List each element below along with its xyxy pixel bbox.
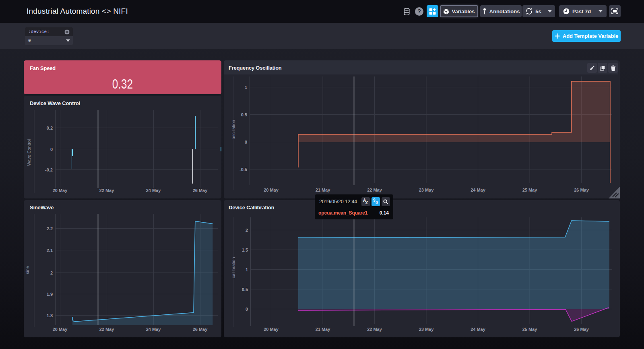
- svg-text:1.9: 1.9: [47, 292, 53, 297]
- svg-text:sine: sine: [25, 266, 30, 274]
- svg-text:1.8: 1.8: [47, 313, 53, 318]
- svg-text:0: 0: [245, 140, 247, 145]
- svg-text:26 May: 26 May: [574, 327, 589, 332]
- svg-text:22 May: 22 May: [99, 188, 115, 193]
- svg-text:24 May: 24 May: [471, 327, 486, 332]
- svg-text:22 May: 22 May: [367, 188, 382, 192]
- svg-text:24 May: 24 May: [146, 327, 161, 332]
- svg-text:25 May: 25 May: [522, 327, 538, 332]
- svg-text:-0.2: -0.2: [45, 167, 53, 172]
- svg-text:-0.5: -0.5: [239, 167, 247, 172]
- svg-text:20 May: 20 May: [53, 188, 68, 193]
- svg-text:22 May: 22 May: [367, 327, 382, 332]
- svg-text:20 May: 20 May: [264, 188, 279, 192]
- svg-text:21 May: 21 May: [316, 327, 331, 332]
- svg-text:2: 2: [246, 228, 248, 233]
- svg-text:23 May: 23 May: [419, 188, 434, 192]
- svg-text:21 May: 21 May: [316, 188, 331, 192]
- svg-text:0: 0: [246, 307, 248, 312]
- svg-text:2.2: 2.2: [47, 226, 53, 231]
- svg-text:1: 1: [246, 267, 248, 272]
- svg-text:26 May: 26 May: [193, 327, 208, 332]
- svg-text:24 May: 24 May: [146, 188, 161, 193]
- svg-text:oscillation: oscillation: [231, 120, 236, 139]
- svg-text:24 May: 24 May: [471, 188, 486, 192]
- svg-text:0.5: 0.5: [242, 287, 248, 292]
- svg-text:25 May: 25 May: [522, 188, 538, 192]
- svg-text:0: 0: [50, 147, 53, 152]
- svg-text:20 May: 20 May: [53, 327, 68, 332]
- svg-text:1.5: 1.5: [242, 248, 248, 252]
- svg-text:callibration: callibration: [231, 257, 236, 279]
- svg-text:1: 1: [245, 85, 247, 90]
- svg-text:23 May: 23 May: [419, 327, 434, 332]
- svg-text:2.1: 2.1: [47, 248, 53, 253]
- svg-text:0.5: 0.5: [241, 112, 247, 117]
- svg-text:22 May: 22 May: [99, 327, 115, 332]
- svg-text:20 May: 20 May: [264, 327, 279, 332]
- svg-text:2: 2: [50, 271, 53, 275]
- svg-text:Wave Control: Wave Control: [27, 139, 31, 166]
- svg-text:26 May: 26 May: [193, 188, 208, 193]
- svg-text:26 May: 26 May: [574, 188, 589, 192]
- svg-text:0.2: 0.2: [47, 126, 53, 130]
